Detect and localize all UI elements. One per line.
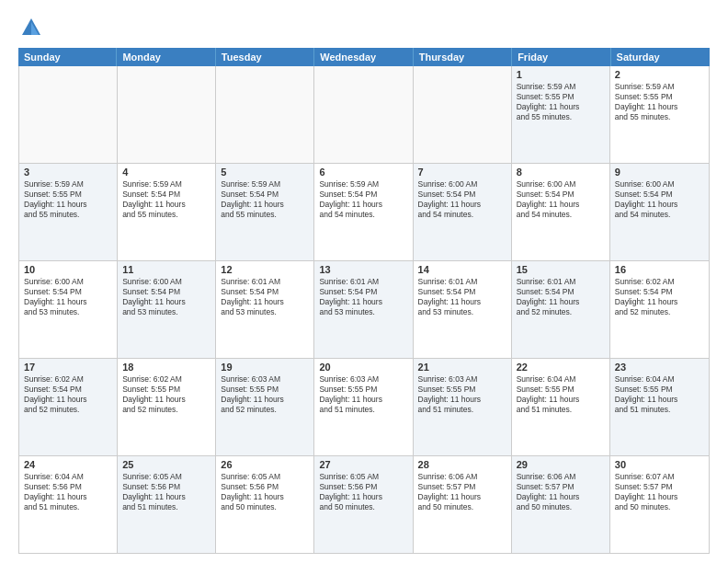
logo-icon [18, 15, 44, 40]
day-info: Sunrise: 6:02 AM Sunset: 5:54 PM Dayligh… [24, 374, 87, 414]
calendar-cell: 19Sunrise: 6:03 AM Sunset: 5:55 PM Dayli… [216, 359, 314, 455]
day-info: Sunrise: 6:06 AM Sunset: 5:57 PM Dayligh… [517, 472, 580, 511]
calendar-week-3: 17Sunrise: 6:02 AM Sunset: 5:54 PM Dayli… [19, 359, 709, 456]
calendar-cell: 9Sunrise: 6:00 AM Sunset: 5:54 PM Daylig… [610, 164, 709, 260]
header-cell-thursday: Thursday [414, 48, 512, 66]
day-info: Sunrise: 6:02 AM Sunset: 5:54 PM Dayligh… [615, 277, 678, 316]
day-number: 10 [24, 264, 112, 275]
day-number: 17 [24, 362, 112, 373]
calendar-cell: 11Sunrise: 6:00 AM Sunset: 5:54 PM Dayli… [118, 261, 216, 358]
day-info: Sunrise: 6:06 AM Sunset: 5:57 PM Dayligh… [418, 472, 482, 511]
calendar-cell [19, 66, 118, 163]
day-info: Sunrise: 5:59 AM Sunset: 5:55 PM Dayligh… [24, 179, 87, 219]
day-info: Sunrise: 6:01 AM Sunset: 5:54 PM Dayligh… [319, 277, 382, 316]
calendar-cell: 6Sunrise: 5:59 AM Sunset: 5:54 PM Daylig… [314, 164, 413, 260]
page: SundayMondayTuesdayWednesdayThursdayFrid… [0, 0, 728, 563]
calendar-cell: 4Sunrise: 5:59 AM Sunset: 5:54 PM Daylig… [118, 164, 216, 260]
calendar-cell: 13Sunrise: 6:01 AM Sunset: 5:54 PM Dayli… [314, 261, 413, 358]
calendar-cell [118, 66, 216, 163]
calendar-body-outer: 1Sunrise: 5:59 AM Sunset: 5:55 PM Daylig… [18, 66, 710, 554]
day-info: Sunrise: 6:07 AM Sunset: 5:57 PM Dayligh… [615, 472, 678, 511]
day-info: Sunrise: 6:00 AM Sunset: 5:54 PM Dayligh… [517, 179, 580, 219]
day-number: 3 [24, 167, 112, 178]
calendar-cell [216, 66, 314, 163]
day-number: 5 [221, 167, 309, 178]
day-number: 2 [615, 69, 704, 80]
day-number: 16 [615, 264, 704, 275]
calendar-week-4: 24Sunrise: 6:04 AM Sunset: 5:56 PM Dayli… [19, 456, 709, 553]
day-number: 1 [517, 69, 605, 80]
calendar-cell: 17Sunrise: 6:02 AM Sunset: 5:54 PM Dayli… [19, 359, 118, 455]
calendar-cell: 16Sunrise: 6:02 AM Sunset: 5:54 PM Dayli… [610, 261, 709, 358]
day-number: 27 [319, 459, 407, 470]
calendar-cell: 18Sunrise: 6:02 AM Sunset: 5:55 PM Dayli… [118, 359, 216, 455]
calendar-cell [414, 66, 512, 163]
day-number: 9 [615, 167, 704, 178]
calendar-cell: 12Sunrise: 6:01 AM Sunset: 5:54 PM Dayli… [216, 261, 314, 358]
header-cell-monday: Monday [117, 48, 215, 66]
day-number: 13 [319, 264, 407, 275]
day-number: 14 [418, 264, 506, 275]
day-info: Sunrise: 6:04 AM Sunset: 5:55 PM Dayligh… [517, 374, 580, 414]
calendar-cell: 26Sunrise: 6:05 AM Sunset: 5:56 PM Dayli… [216, 456, 314, 553]
calendar-cell [314, 66, 413, 163]
calendar-cell: 27Sunrise: 6:05 AM Sunset: 5:56 PM Dayli… [314, 456, 413, 553]
calendar-cell: 24Sunrise: 6:04 AM Sunset: 5:56 PM Dayli… [19, 456, 118, 553]
day-number: 18 [122, 362, 210, 373]
day-info: Sunrise: 5:59 AM Sunset: 5:54 PM Dayligh… [319, 179, 382, 219]
day-number: 4 [122, 167, 210, 178]
calendar-cell: 21Sunrise: 6:03 AM Sunset: 5:55 PM Dayli… [414, 359, 512, 455]
day-number: 21 [418, 362, 506, 373]
day-number: 29 [517, 459, 605, 470]
calendar-cell: 20Sunrise: 6:03 AM Sunset: 5:55 PM Dayli… [314, 359, 413, 455]
calendar: SundayMondayTuesdayWednesdayThursdayFrid… [18, 48, 710, 554]
calendar-cell: 23Sunrise: 6:04 AM Sunset: 5:55 PM Dayli… [610, 359, 709, 455]
calendar-week-0: 1Sunrise: 5:59 AM Sunset: 5:55 PM Daylig… [19, 66, 709, 164]
calendar-cell: 3Sunrise: 5:59 AM Sunset: 5:55 PM Daylig… [19, 164, 118, 260]
day-info: Sunrise: 6:03 AM Sunset: 5:55 PM Dayligh… [418, 374, 482, 414]
day-number: 28 [418, 459, 506, 470]
day-info: Sunrise: 6:00 AM Sunset: 5:54 PM Dayligh… [418, 179, 482, 219]
calendar-cell: 14Sunrise: 6:01 AM Sunset: 5:54 PM Dayli… [414, 261, 512, 358]
day-number: 30 [615, 459, 704, 470]
calendar-header: SundayMondayTuesdayWednesdayThursdayFrid… [18, 48, 710, 66]
day-number: 7 [418, 167, 506, 178]
day-info: Sunrise: 6:05 AM Sunset: 5:56 PM Dayligh… [221, 472, 284, 511]
day-number: 22 [517, 362, 605, 373]
day-number: 11 [122, 264, 210, 275]
day-number: 12 [221, 264, 309, 275]
day-info: Sunrise: 6:03 AM Sunset: 5:55 PM Dayligh… [319, 374, 382, 414]
day-number: 23 [615, 362, 704, 373]
day-info: Sunrise: 6:03 AM Sunset: 5:55 PM Dayligh… [221, 374, 284, 414]
calendar-week-2: 10Sunrise: 6:00 AM Sunset: 5:54 PM Dayli… [19, 261, 709, 359]
day-info: Sunrise: 5:59 AM Sunset: 5:55 PM Dayligh… [517, 82, 580, 121]
day-number: 26 [221, 459, 309, 470]
day-info: Sunrise: 6:00 AM Sunset: 5:54 PM Dayligh… [615, 179, 678, 219]
day-info: Sunrise: 6:02 AM Sunset: 5:55 PM Dayligh… [122, 374, 186, 414]
day-number: 19 [221, 362, 309, 373]
day-number: 20 [319, 362, 407, 373]
calendar-cell: 10Sunrise: 6:00 AM Sunset: 5:54 PM Dayli… [19, 261, 118, 358]
header-cell-tuesday: Tuesday [216, 48, 314, 66]
day-info: Sunrise: 6:01 AM Sunset: 5:54 PM Dayligh… [418, 277, 482, 316]
day-number: 6 [319, 167, 407, 178]
day-info: Sunrise: 6:01 AM Sunset: 5:54 PM Dayligh… [517, 277, 580, 316]
calendar-cell: 15Sunrise: 6:01 AM Sunset: 5:54 PM Dayli… [512, 261, 610, 358]
header-cell-friday: Friday [512, 48, 610, 66]
calendar-cell: 8Sunrise: 6:00 AM Sunset: 5:54 PM Daylig… [512, 164, 610, 260]
calendar-cell: 7Sunrise: 6:00 AM Sunset: 5:54 PM Daylig… [414, 164, 512, 260]
calendar-week-1: 3Sunrise: 5:59 AM Sunset: 5:55 PM Daylig… [19, 164, 709, 261]
calendar-cell: 22Sunrise: 6:04 AM Sunset: 5:55 PM Dayli… [512, 359, 610, 455]
calendar-cell: 28Sunrise: 6:06 AM Sunset: 5:57 PM Dayli… [414, 456, 512, 553]
day-number: 25 [122, 459, 210, 470]
calendar-cell: 29Sunrise: 6:06 AM Sunset: 5:57 PM Dayli… [512, 456, 610, 553]
day-info: Sunrise: 6:00 AM Sunset: 5:54 PM Dayligh… [122, 277, 186, 316]
day-info: Sunrise: 5:59 AM Sunset: 5:54 PM Dayligh… [122, 179, 186, 219]
header-cell-wednesday: Wednesday [314, 48, 413, 66]
header-cell-sunday: Sunday [18, 48, 117, 66]
calendar-cell: 1Sunrise: 5:59 AM Sunset: 5:55 PM Daylig… [512, 66, 610, 163]
calendar-cell: 5Sunrise: 5:59 AM Sunset: 5:54 PM Daylig… [216, 164, 314, 260]
day-info: Sunrise: 6:04 AM Sunset: 5:55 PM Dayligh… [615, 374, 678, 414]
day-info: Sunrise: 5:59 AM Sunset: 5:55 PM Dayligh… [615, 82, 678, 121]
logo [18, 15, 48, 40]
